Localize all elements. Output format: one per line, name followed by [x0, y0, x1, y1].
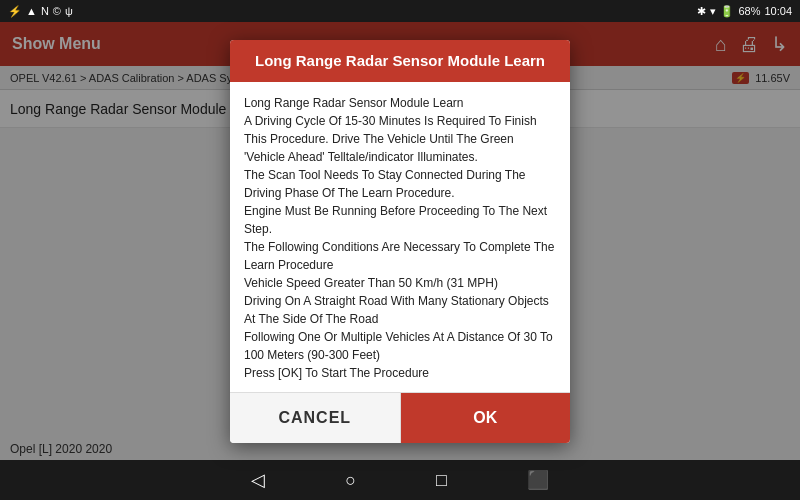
battery-icon: 🔋	[720, 5, 734, 18]
modal-title: Long Range Radar Sensor Module Learn	[255, 52, 545, 69]
location-icon: ©	[53, 5, 61, 17]
status-bar-right: ✱ ▾ 🔋 68% 10:04	[697, 5, 792, 18]
modal-body-text: Long Range Radar Sensor Module Learn A D…	[244, 96, 558, 380]
modal-footer: CANCEL OK	[230, 392, 570, 443]
recents-button[interactable]: □	[436, 470, 447, 491]
back-button[interactable]: ◁	[251, 469, 265, 491]
modal-overlay: Long Range Radar Sensor Module Learn Lon…	[0, 22, 800, 460]
time-display: 10:04	[764, 5, 792, 17]
modal-body: Long Range Radar Sensor Module Learn A D…	[230, 82, 570, 392]
screenshot-button[interactable]: ⬛	[527, 469, 549, 491]
status-bar: ⚡ ▲ N © ψ ✱ ▾ 🔋 68% 10:04	[0, 0, 800, 22]
cancel-button[interactable]: CANCEL	[230, 393, 401, 443]
status-bar-left: ⚡ ▲ N © ψ	[8, 5, 73, 18]
bt-icon: ✱	[697, 5, 706, 18]
wifi-status-icon: ▾	[710, 5, 716, 18]
home-nav-button[interactable]: ○	[345, 470, 356, 491]
wifi-icon: ▲	[26, 5, 37, 17]
signal-icon: ψ	[65, 5, 73, 17]
battery-level: 68%	[738, 5, 760, 17]
nfc-icon: N	[41, 5, 49, 17]
modal-dialog: Long Range Radar Sensor Module Learn Lon…	[230, 40, 570, 443]
bluetooth-icon: ⚡	[8, 5, 22, 18]
bottom-nav: ◁ ○ □ ⬛	[0, 460, 800, 500]
ok-button[interactable]: OK	[401, 393, 571, 443]
modal-header: Long Range Radar Sensor Module Learn	[230, 40, 570, 82]
